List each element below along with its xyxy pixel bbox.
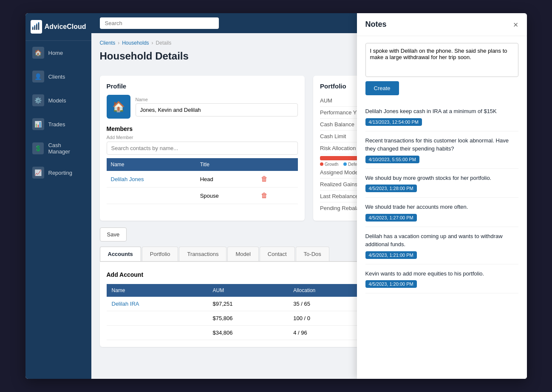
- nav-label-models: Models: [48, 97, 66, 104]
- notes-panel: Notes × I spoke with Delilah on the phon…: [357, 13, 527, 379]
- breadcrumb-sep2: ›: [152, 40, 153, 46]
- notes-close-button[interactable]: ×: [513, 20, 518, 29]
- account-aum: $75,806: [207, 311, 288, 326]
- portfolio-label: Assigned Model: [320, 169, 360, 176]
- portfolio-label: Cash Balance: [320, 121, 354, 128]
- note-date: 4/5/2023, 1:20:00 PM: [365, 280, 417, 288]
- global-search-input[interactable]: [100, 17, 219, 29]
- nav-label-clients: Clients: [48, 74, 65, 80]
- note-text: Kevin wants to add more equities to his …: [365, 270, 518, 278]
- page-title: Household Details: [100, 50, 189, 62]
- tab-portfolio[interactable]: Portfolio: [142, 247, 178, 261]
- clients-icon: 👤: [32, 71, 44, 82]
- tab-model[interactable]: Model: [227, 247, 258, 261]
- member-search-input[interactable]: [107, 142, 298, 155]
- nav-label-cash-manager: Cash Manager: [48, 142, 84, 155]
- members-table: Name Title Delilah Jones Head 🗑 Spouse 🗑: [107, 158, 298, 204]
- notes-header: Notes ×: [357, 13, 527, 36]
- nav-container: 🏠 Home 👤 Clients ⚙️ Models 📊 Trades 💲 Ca…: [25, 41, 91, 185]
- models-icon: ⚙️: [32, 94, 44, 106]
- note-date: 4/13/2023, 12:54:00 PM: [365, 118, 422, 126]
- nav-label-reporting: Reporting: [48, 170, 72, 176]
- member-title: Head: [196, 171, 254, 187]
- tab-transactions[interactable]: Transactions: [179, 247, 226, 261]
- note-text: Delilah has a vacation coming up and wan…: [365, 232, 518, 249]
- note-item: Kevin wants to add more equities to his …: [365, 264, 518, 294]
- member-delete-cell: 🗑: [254, 171, 298, 187]
- sidebar: AdviceCloud 🏠 Home 👤 Clients ⚙️ Models 📊…: [25, 13, 91, 379]
- breadcrumb-clients[interactable]: Clients: [100, 40, 116, 46]
- notes-title: Notes: [365, 20, 387, 29]
- member-delete-button[interactable]: 🗑: [258, 174, 270, 184]
- member-row: Spouse 🗑: [107, 187, 298, 204]
- name-label: Name: [136, 97, 298, 102]
- note-item: Recent transactions for this customer lo…: [365, 131, 518, 169]
- member-link[interactable]: Delilah Jones: [111, 176, 144, 182]
- members-col-name: Name: [107, 158, 196, 171]
- svg-point-4: [32, 27, 34, 28]
- member-delete-cell: 🗑: [254, 187, 298, 204]
- tab-accounts[interactable]: Accounts: [100, 247, 141, 261]
- profile-header: 🏠 Name: [107, 95, 298, 119]
- save-button[interactable]: Save: [100, 227, 127, 241]
- risk-label: Risk Allocation: [320, 145, 356, 151]
- profile-avatar: 🏠: [107, 95, 130, 119]
- note-item: We should trade her accounts more often.…: [365, 198, 518, 227]
- nav-item-trades[interactable]: 📊 Trades: [25, 112, 91, 136]
- svg-point-5: [34, 25, 36, 26]
- nav-item-reporting[interactable]: 📈 Reporting: [25, 161, 91, 185]
- breadcrumb-households[interactable]: Households: [122, 40, 149, 46]
- note-date: 4/5/2023, 1:21:00 PM: [365, 251, 417, 259]
- svg-rect-0: [32, 28, 34, 30]
- accounts-col-name: Name: [107, 284, 208, 297]
- account-name: [107, 311, 208, 326]
- note-item: We should buy more growth stocks for her…: [365, 169, 518, 198]
- logo-icon: [31, 20, 42, 34]
- svg-rect-1: [34, 26, 36, 30]
- members-title: Members: [107, 125, 298, 132]
- svg-point-7: [38, 22, 40, 23]
- reporting-icon: 📈: [32, 167, 44, 179]
- portfolio-label: AUM: [320, 97, 332, 104]
- profile-card: Profile 🏠 Name Members Add Member: [100, 76, 305, 221]
- account-name-link[interactable]: Delilah IRA: [112, 301, 139, 307]
- note-text: We should buy more growth stocks for her…: [365, 174, 518, 182]
- note-text: We should trade her accounts more often.: [365, 203, 518, 211]
- logo: AdviceCloud: [31, 20, 86, 34]
- notes-body: I spoke with Delilah on the phone. She s…: [357, 36, 527, 379]
- members-col-action: [254, 158, 298, 171]
- member-delete-button[interactable]: 🗑: [258, 191, 270, 200]
- svg-point-6: [36, 23, 37, 25]
- notes-textarea[interactable]: I spoke with Delilah on the phone. She s…: [365, 43, 518, 77]
- nav-item-home[interactable]: 🏠 Home: [25, 41, 91, 65]
- nav-item-cash-manager[interactable]: 💲 Cash Manager: [25, 136, 91, 161]
- breadcrumb-details: Details: [156, 40, 172, 46]
- note-item: Delilah Jones keep cash in IRA at a mini…: [365, 102, 518, 131]
- nav-label-trades: Trades: [48, 121, 65, 128]
- note-date: 4/5/2023, 1:27:00 PM: [365, 214, 417, 222]
- note-date: 4/10/2023, 5:55:00 PM: [365, 156, 419, 163]
- members-section: Members Add Member Name Title: [107, 125, 298, 204]
- add-account-title: Add Account: [107, 271, 144, 278]
- note-item: Delilah has a vacation coming up and wan…: [365, 227, 518, 264]
- svg-rect-3: [38, 23, 40, 30]
- nav-label-home: Home: [48, 50, 63, 56]
- account-aum: $34,806: [207, 326, 288, 340]
- notes-create-button[interactable]: Create: [365, 81, 399, 95]
- note-date: 4/5/2023, 1:28:00 PM: [365, 185, 417, 192]
- home-icon: 🏠: [32, 47, 44, 59]
- nav-item-models[interactable]: ⚙️ Models: [25, 88, 91, 112]
- tab-todos[interactable]: To-Dos: [296, 247, 329, 261]
- app-window: AdviceCloud 🏠 Home 👤 Clients ⚙️ Models 📊…: [25, 13, 527, 379]
- account-name: [107, 326, 208, 340]
- notes-items-container: Delilah Jones keep cash in IRA at a mini…: [365, 102, 518, 293]
- nav-item-clients[interactable]: 👤 Clients: [25, 65, 91, 88]
- members-col-title: Title: [196, 158, 254, 171]
- profile-title: Profile: [107, 82, 298, 90]
- name-input[interactable]: [136, 103, 298, 116]
- note-text: Recent transactions for this customer lo…: [365, 136, 518, 153]
- tab-contact[interactable]: Contact: [260, 247, 295, 261]
- note-text: Delilah Jones keep cash in IRA at a mini…: [365, 107, 518, 116]
- app-name: AdviceCloud: [45, 23, 86, 31]
- member-name: [107, 187, 196, 204]
